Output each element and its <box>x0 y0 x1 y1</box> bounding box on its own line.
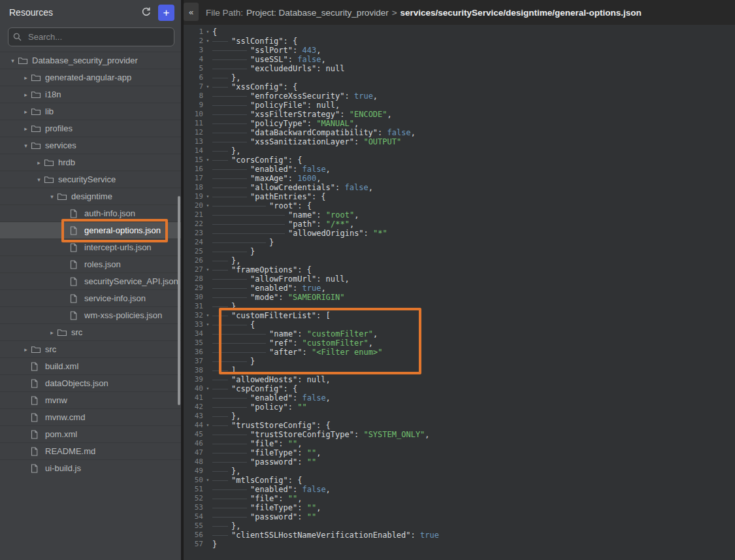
code-line: 3"sslPort": 443, <box>184 46 735 55</box>
tree-item-pom.xml[interactable]: pom.xml <box>0 425 181 442</box>
tree-item-hrdb[interactable]: ▸hrdb <box>0 154 181 171</box>
search-input[interactable] <box>8 27 174 46</box>
code-text: "trustStoreConfigType": "SYSTEM_ONLY", <box>212 430 430 439</box>
resources-panel: Resources + <box>0 0 181 560</box>
token-p: , <box>354 210 359 220</box>
fold-toggle-icon[interactable]: ▾ <box>203 384 212 393</box>
chevron-right-icon[interactable]: ▸ <box>47 329 57 336</box>
tree-item-securityService_API.json[interactable]: securityService_API.json <box>0 272 181 289</box>
file-icon <box>70 209 81 218</box>
tree-item-designtime[interactable]: ▾designtime <box>0 188 181 205</box>
token-k: "dataBackwardCompatibility" <box>250 128 378 137</box>
refresh-button[interactable] <box>140 6 153 19</box>
tree-item-src[interactable]: ▸src <box>0 323 181 340</box>
gutter: 4 <box>184 55 212 64</box>
tree-item-i18n[interactable]: ▸i18n <box>0 86 181 103</box>
tree-item-wm-xss-policies.json[interactable]: wm-xss-policies.json <box>0 306 181 323</box>
tree-item-service-info.json[interactable]: service-info.json <box>0 289 181 306</box>
code-text: "after": "<Filter enum>" <box>212 348 382 357</box>
fold-toggle-icon[interactable]: ▾ <box>203 192 212 201</box>
sidebar-scrollbar[interactable] <box>178 196 180 405</box>
line-number: 32 <box>184 311 203 320</box>
add-button[interactable]: + <box>158 5 174 21</box>
code-line: 34"name": "customFilter", <box>184 329 735 338</box>
chevron-down-icon[interactable]: ▾ <box>34 176 44 183</box>
token-p: : <box>297 503 306 512</box>
line-number: 47 <box>184 448 203 457</box>
fold-toggle-icon[interactable]: ▾ <box>203 37 212 46</box>
chevron-right-icon[interactable]: ▸ <box>21 125 31 132</box>
token-p: : <box>345 91 354 101</box>
token-bool: true <box>302 284 321 293</box>
gutter: 14 <box>184 146 212 156</box>
file-path-bar: « File Path: Project: Database_security_… <box>184 0 735 25</box>
tree-item-general-options.json[interactable]: general-options.json <box>0 222 181 239</box>
fold-toggle-icon[interactable]: ▾ <box>203 82 212 91</box>
tree-item-README.md[interactable]: README.md <box>0 442 181 459</box>
chevron-right-icon[interactable]: ▸ <box>21 91 31 98</box>
tree-item-auth-info.json[interactable]: auth-info.json <box>0 205 181 222</box>
code-line: 55}, <box>184 521 735 531</box>
tree-item-lib[interactable]: ▸lib <box>0 103 181 120</box>
tree-item-roles.json[interactable]: roles.json <box>0 255 181 272</box>
file-icon <box>31 362 42 371</box>
chevron-down-icon[interactable]: ▾ <box>21 142 31 149</box>
code-text: }, <box>212 256 240 265</box>
tree-item-src[interactable]: ▸src <box>0 340 181 357</box>
line-number: 46 <box>184 439 203 448</box>
collapse-sidebar-button[interactable]: « <box>184 3 199 21</box>
token-bool: true <box>420 531 439 540</box>
code-editor[interactable]: 1▾{2▾"sslConfig": {3"sslPort": 443,4"use… <box>184 25 735 560</box>
tree-item-profiles[interactable]: ▸profiles <box>0 120 181 137</box>
chevron-down-icon[interactable]: ▾ <box>8 58 18 64</box>
fold-toggle-icon[interactable]: ▾ <box>203 265 212 274</box>
chevron-right-icon[interactable]: ▸ <box>21 108 31 115</box>
fold-toggle-icon[interactable]: ▾ <box>203 476 212 485</box>
indent-guide <box>212 403 250 412</box>
tree-item-services[interactable]: ▾services <box>0 137 181 154</box>
token-p: , <box>326 375 331 384</box>
tree-item-securityService[interactable]: ▾securityService <box>0 171 181 188</box>
fold-toggle-icon[interactable]: ▾ <box>203 27 212 37</box>
token-p: : <box>293 485 302 494</box>
tree-item-Database_security_provider[interactable]: ▾Database_security_provider <box>0 52 181 69</box>
fold-toggle-icon[interactable]: ▾ <box>203 421 212 430</box>
fold-toggle-icon[interactable]: ▾ <box>203 201 212 210</box>
fold-spacer <box>203 329 212 338</box>
fold-spacer <box>203 338 212 348</box>
tree-item-mvnw.cmd[interactable]: mvnw.cmd <box>0 408 181 425</box>
tree-item-ui-build.js[interactable]: ui-build.js <box>0 459 181 476</box>
code-text: "enabled": false, <box>212 393 331 403</box>
token-k: "ref" <box>269 338 293 348</box>
code-line: 9"policyFile": null, <box>184 101 735 110</box>
tree-item-dataObjects.json[interactable]: dataObjects.json <box>0 374 181 391</box>
chevron-right-icon[interactable]: ▸ <box>21 74 31 81</box>
token-p: : <box>293 165 302 174</box>
code-line: 26}, <box>184 256 735 265</box>
fold-spacer <box>203 119 212 128</box>
chevron-down-icon[interactable]: ▾ <box>47 193 57 200</box>
indent-guide <box>212 210 288 220</box>
fold-spacer <box>203 467 212 476</box>
token-p: : <box>307 101 316 110</box>
fold-toggle-icon[interactable]: ▾ <box>203 311 212 320</box>
chevron-right-icon[interactable]: ▸ <box>21 346 31 353</box>
token-k: "allowCredentials" <box>250 183 335 192</box>
line-number: 40 <box>184 384 203 393</box>
chevron-right-icon[interactable]: ▸ <box>34 159 44 166</box>
token-bool: false <box>302 165 325 174</box>
fold-toggle-icon[interactable]: ▾ <box>203 156 212 165</box>
code-text: }, <box>212 412 240 421</box>
code-text: "allowedOrigins": "*" <box>212 229 387 238</box>
tree-item-mvnw[interactable]: mvnw <box>0 391 181 408</box>
code-text: "path": "/**", <box>212 220 354 229</box>
tree-item-intercept-urls.json[interactable]: intercept-urls.json <box>0 239 181 255</box>
tree-item-generated-angular-app[interactable]: ▸generated-angular-app <box>0 69 181 86</box>
code-line: 54"password": "" <box>184 512 735 521</box>
token-k: "mode" <box>250 293 278 302</box>
file-icon <box>31 464 42 473</box>
code-line: 28"allowFromUrl": null, <box>184 274 735 284</box>
gutter: 45 <box>184 430 212 439</box>
tree-item-build.xml[interactable]: build.xml <box>0 357 181 374</box>
fold-toggle-icon[interactable]: ▾ <box>203 320 212 329</box>
